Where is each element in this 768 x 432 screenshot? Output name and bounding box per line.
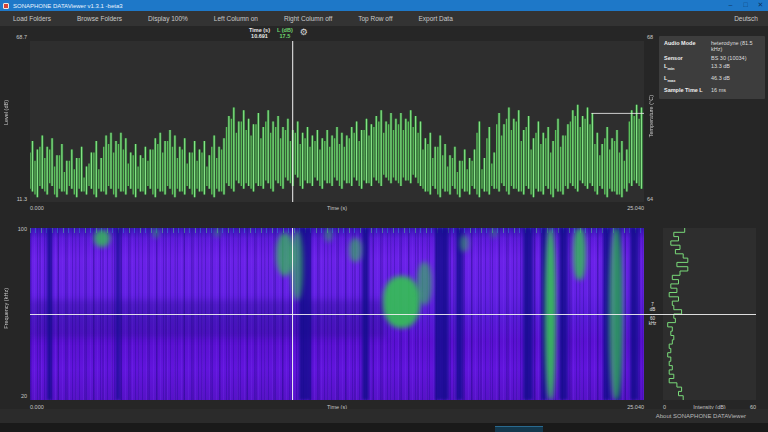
app-window: SONAPHONE DATAViewer v1.3.1 -beta3 – □ ✕… bbox=[0, 0, 768, 432]
menu-item-language[interactable]: Deutsch bbox=[724, 15, 768, 22]
minimize-icon[interactable]: – bbox=[723, 0, 738, 11]
menu-items: Load FoldersBrowse FoldersDisplay 100%Le… bbox=[0, 11, 466, 26]
menu-item-export-data[interactable]: Export Data bbox=[405, 11, 465, 26]
info-row: SensorBS 30 (10034) bbox=[664, 55, 760, 61]
cursor-frequency-tag: 60 kHz bbox=[644, 316, 661, 326]
cursor-readout: Time (s) 10.691 L (dB) 17.5 ⚙ bbox=[249, 27, 308, 40]
info-label: Audio Mode bbox=[664, 40, 711, 52]
info-row: Audio Modeheterodyne (81.5 kHz) bbox=[664, 40, 760, 52]
level-axis-label: Level (dB) bbox=[3, 100, 9, 125]
info-label: Sensor bbox=[664, 55, 711, 61]
title-bar: SONAPHONE DATAViewer v1.3.1 -beta3 – □ ✕ bbox=[0, 0, 768, 11]
info-label: Lmax bbox=[664, 75, 711, 84]
info-value: 16 ms bbox=[711, 87, 760, 93]
window-controls: – □ ✕ bbox=[723, 0, 768, 11]
level-tick-max: 68.7 bbox=[8, 34, 27, 40]
frequency-cursor-line[interactable] bbox=[30, 314, 756, 315]
menu-item-browse-folders[interactable]: Browse Folders bbox=[64, 11, 135, 26]
info-label: Sample Time L bbox=[664, 87, 711, 93]
info-value: 46.3 dB bbox=[711, 75, 760, 84]
menu-bar: Load FoldersBrowse FoldersDisplay 100%Le… bbox=[0, 11, 768, 26]
measurement-info-panel: Audio Modeheterodyne (81.5 kHz)SensorBS … bbox=[659, 36, 765, 99]
spectrogram-green-blob bbox=[383, 276, 420, 328]
menu-item-display-100-[interactable]: Display 100% bbox=[135, 11, 201, 26]
info-row: Lmax46.3 dB bbox=[664, 75, 760, 84]
cursor-intensity-tag: 7 dB bbox=[644, 302, 661, 312]
spectrogram-green-blob bbox=[214, 228, 220, 237]
frequency-axis-label: Frequency (kHz) bbox=[3, 288, 9, 329]
spectrogram-green-blob bbox=[153, 228, 159, 238]
window-bottom-strip bbox=[0, 423, 768, 432]
temp-tick-max: 68 bbox=[644, 34, 659, 40]
readout-time-value: 10.691 bbox=[251, 33, 268, 40]
close-icon[interactable]: ✕ bbox=[753, 0, 768, 11]
temperature-axis-label: Temperature (°C) bbox=[648, 95, 654, 137]
spectrogram-dark-region bbox=[30, 300, 386, 338]
maximize-icon[interactable]: □ bbox=[738, 0, 753, 11]
level-tick-min: 11.3 bbox=[8, 196, 27, 202]
app-icon bbox=[3, 3, 9, 9]
temp-tick-min: 64 bbox=[644, 196, 659, 202]
about-link[interactable]: About SONAPHONE DATAViewer bbox=[656, 413, 768, 419]
spectrogram-green-blob bbox=[417, 262, 432, 305]
info-value: heterodyne (81.5 kHz) bbox=[711, 40, 760, 52]
info-value: 13.3 dB bbox=[711, 63, 760, 72]
spectrogram-green-blob bbox=[491, 228, 497, 238]
menu-item-top-row-off[interactable]: Top Row off bbox=[345, 11, 405, 26]
window-bottom-accent bbox=[495, 426, 543, 432]
spectrogram-green-blob bbox=[325, 228, 332, 242]
info-label: Lmin bbox=[664, 63, 711, 72]
menu-item-right-column-off[interactable]: Right Column off bbox=[271, 11, 345, 26]
spectrogram-green-blob bbox=[573, 228, 585, 280]
gear-icon[interactable]: ⚙ bbox=[300, 27, 308, 37]
spectrogram-green-blob bbox=[460, 235, 469, 252]
status-bar: About SONAPHONE DATAViewer bbox=[0, 409, 768, 423]
level-chart[interactable] bbox=[30, 41, 644, 202]
info-row: Sample Time L16 ms bbox=[664, 87, 760, 93]
freq-tick-min: 20 bbox=[8, 393, 27, 399]
window-title: SONAPHONE DATAViewer v1.3.1 -beta3 bbox=[13, 3, 123, 9]
level-xaxis-label: Time (s) bbox=[30, 205, 644, 211]
readout-level-value: 17.5 bbox=[280, 33, 291, 40]
info-value: BS 30 (10034) bbox=[711, 55, 760, 61]
menu-item-load-folders[interactable]: Load Folders bbox=[0, 11, 64, 26]
spectrogram-green-blob bbox=[349, 238, 361, 262]
menu-item-left-column-on[interactable]: Left Column on bbox=[201, 11, 271, 26]
spectrogram-green-blob bbox=[94, 230, 109, 247]
freq-tick-max: 100 bbox=[8, 226, 27, 232]
info-row: Lmin13.3 dB bbox=[664, 63, 760, 72]
